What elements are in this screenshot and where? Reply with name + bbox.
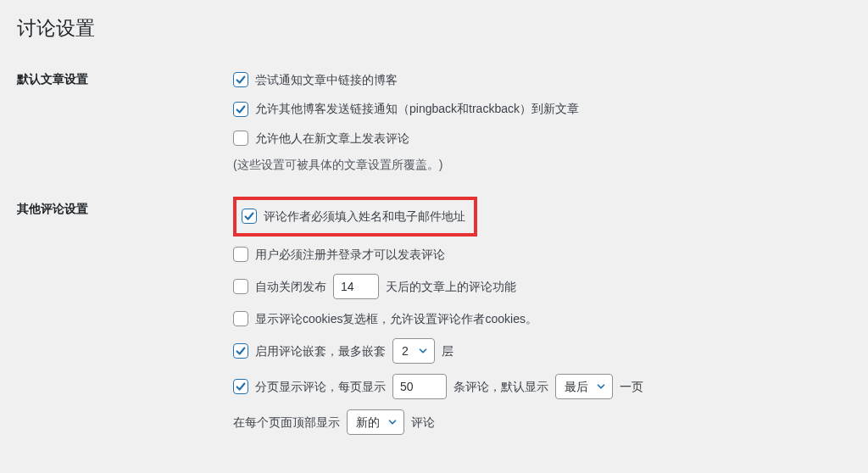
select-paginate-default-page[interactable]: 最后 xyxy=(555,374,613,399)
input-auto-close-days[interactable] xyxy=(333,274,379,299)
checkbox-allow-pingback[interactable] xyxy=(233,102,248,117)
select-nested-levels[interactable]: 2 xyxy=(392,338,435,364)
checkbox-show-cookies[interactable] xyxy=(233,311,248,326)
checkbox-must-register[interactable] xyxy=(233,247,248,262)
checkbox-paginate[interactable] xyxy=(233,379,248,394)
default-article-note: (这些设置可被具体的文章设置所覆盖。) xyxy=(233,153,851,178)
label-nested-after: 层 xyxy=(442,342,453,360)
select-comment-order-value: 新的 xyxy=(356,413,380,431)
label-auto-close-before[interactable]: 自动关闭发布 xyxy=(255,277,326,296)
select-paginate-default-page-value: 最后 xyxy=(565,377,588,396)
label-show-cookies[interactable]: 显示评论cookies复选框，允许设置评论作者cookies。 xyxy=(255,309,537,328)
label-nested-before[interactable]: 启用评论嵌套，最多嵌套 xyxy=(255,342,386,360)
checkbox-notify-links[interactable] xyxy=(233,72,248,87)
chevron-down-icon xyxy=(595,381,607,392)
label-notify-links[interactable]: 尝试通知文章中链接的博客 xyxy=(255,70,398,89)
label-auto-close-after: 天后的文章上的评论功能 xyxy=(386,277,516,296)
label-require-name-email[interactable]: 评论作者必须填入姓名和电子邮件地址 xyxy=(264,207,465,225)
label-order-before: 在每个页面顶部显示 xyxy=(233,413,340,431)
select-nested-levels-value: 2 xyxy=(402,342,409,360)
page-title: 讨论设置 xyxy=(17,15,851,42)
section-heading-default-article: 默认文章设置 xyxy=(17,65,233,195)
chevron-down-icon xyxy=(387,416,398,428)
settings-form: 默认文章设置 尝试通知文章中链接的博客 允许其他博客发送链接通知（pingbac… xyxy=(17,65,851,457)
label-order-after: 评论 xyxy=(411,413,435,431)
checkbox-nested[interactable] xyxy=(233,343,248,359)
checkbox-require-name-email[interactable] xyxy=(242,209,257,224)
input-paginate-perpage[interactable] xyxy=(392,374,447,399)
label-paginate-after: 一页 xyxy=(620,377,643,396)
label-allow-pingback[interactable]: 允许其他博客发送链接通知（pingback和trackback）到新文章 xyxy=(255,99,579,118)
chevron-down-icon xyxy=(417,345,429,357)
select-comment-order[interactable]: 新的 xyxy=(347,409,404,435)
checkbox-auto-close[interactable] xyxy=(233,279,248,294)
label-paginate-before[interactable]: 分页显示评论，每页显示 xyxy=(255,377,386,396)
label-must-register[interactable]: 用户必须注册并登录才可以发表评论 xyxy=(255,245,445,264)
label-paginate-mid: 条评论，默认显示 xyxy=(453,377,548,396)
section-heading-other-comments: 其他评论设置 xyxy=(17,195,233,457)
label-allow-comments[interactable]: 允许他人在新文章上发表评论 xyxy=(255,129,409,147)
checkbox-allow-comments[interactable] xyxy=(233,131,248,146)
row-require-name-email: 评论作者必须填入姓名和电子邮件地址 xyxy=(233,197,477,236)
